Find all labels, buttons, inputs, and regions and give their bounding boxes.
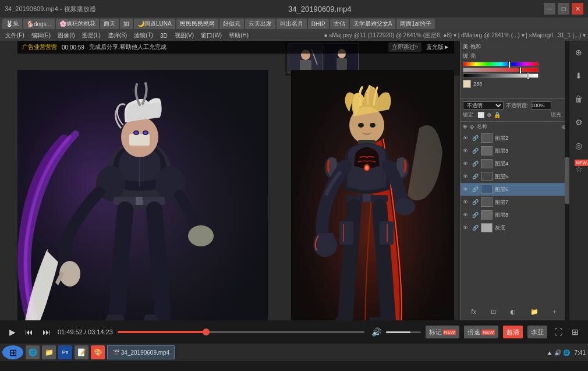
layer-eye-6[interactable]: 👁 bbox=[463, 199, 470, 205]
layer-eye-2[interactable]: 👁 bbox=[463, 148, 470, 154]
layer-chain-8: 🔗 bbox=[472, 225, 479, 231]
close-button[interactable]: ✕ bbox=[572, 3, 583, 15]
sidebar-item-share[interactable]: ⊕ bbox=[572, 45, 586, 59]
volume-button[interactable]: 🔊 bbox=[369, 326, 384, 338]
ps-lock-pixel-icon[interactable]: ⬜ bbox=[477, 112, 484, 118]
ps-mask-icon[interactable]: ⊡ bbox=[491, 308, 496, 316]
ps-saturation-slider[interactable] bbox=[463, 68, 539, 72]
taskbar-icon-color[interactable]: 🎨 bbox=[91, 345, 105, 359]
browser-tab[interactable]: 面天 bbox=[100, 19, 119, 29]
browser-tab[interactable]: 好似元 bbox=[219, 19, 244, 29]
sidebar-item-delete[interactable]: 🗑 bbox=[572, 92, 586, 106]
svg-point-20 bbox=[188, 225, 214, 246]
taskbar-active-window[interactable]: 🎬 34_20190609.mp4 bbox=[107, 345, 175, 359]
fullscreen-button[interactable]: ⛶ bbox=[552, 326, 565, 338]
layer-thumb-1 bbox=[481, 133, 493, 143]
browser-tab[interactable]: 古佔 bbox=[330, 19, 349, 29]
prev-button[interactable]: ⏮ bbox=[23, 326, 36, 338]
ps-adjustment-icon[interactable]: ◐ bbox=[510, 308, 516, 316]
ps-brightness-slider[interactable] bbox=[463, 73, 539, 78]
sidebar-item-download[interactable]: ⬇ bbox=[572, 69, 586, 83]
layer-eye-1[interactable]: 👁 bbox=[463, 135, 470, 141]
taskbar-icon-ps[interactable]: Ps bbox=[58, 345, 72, 359]
ps-opacity-input[interactable] bbox=[531, 101, 551, 109]
layer-eye-4[interactable]: 👁 bbox=[463, 174, 470, 179]
scrollbar-track[interactable] bbox=[565, 41, 569, 320]
next-button[interactable]: ⏭ bbox=[40, 326, 53, 338]
ps-blend-mode-select[interactable]: 不透明 正常 溶解 bbox=[463, 101, 504, 109]
svg-rect-36 bbox=[380, 221, 394, 245]
svg-point-15 bbox=[134, 132, 138, 135]
settings-icon[interactable]: ⚙ bbox=[572, 115, 586, 129]
layer-eye-3[interactable]: 👁 bbox=[463, 161, 470, 167]
new-badge: NEW bbox=[575, 160, 588, 166]
time-display: 01:49:52 / 03:14:23 bbox=[58, 328, 113, 335]
menu-image[interactable]: 图像(I) bbox=[55, 31, 77, 40]
maximize-button[interactable]: □ bbox=[558, 3, 569, 15]
hd-label[interactable]: 蓝光版► bbox=[426, 43, 449, 51]
browser-tab[interactable]: 🌸疯狂的桃花 bbox=[56, 19, 99, 29]
layer-eye-7[interactable]: 👁 bbox=[463, 212, 470, 218]
volume-slider[interactable] bbox=[386, 331, 421, 333]
taskbar-icon-note[interactable]: 📝 bbox=[75, 345, 88, 359]
ps-new-layer-icon[interactable]: + bbox=[553, 308, 557, 316]
menu-select[interactable]: 选择(S) bbox=[105, 31, 130, 40]
scrollbar-thumb[interactable] bbox=[565, 157, 569, 204]
photoshop-menubar: 文件(F) 编辑(E) 图像(I) 图层(L) 选择(S) 滤镜(T) 3D 视… bbox=[0, 30, 588, 41]
layer-eye-5[interactable]: 👁 bbox=[463, 186, 470, 192]
svg-rect-22 bbox=[136, 197, 143, 205]
video-controls-bar: ▶ ⏮ ⏭ 01:49:52 / 03:14:23 🔊 标记 NEW 倍速 NE… bbox=[0, 320, 588, 344]
pip-button[interactable]: ⊞ bbox=[569, 326, 581, 338]
menu-window[interactable]: 窗口(W) bbox=[198, 31, 225, 40]
play-button[interactable]: ▶ bbox=[7, 326, 18, 338]
browser-tab[interactable]: 叫出名月 bbox=[277, 19, 307, 29]
ad-skip-button[interactable]: 立即跳过» bbox=[388, 43, 422, 52]
menu-layer[interactable]: 图层(L) bbox=[79, 31, 104, 40]
share-icon[interactable]: ⊕ bbox=[572, 45, 586, 59]
menu-view[interactable]: 视图(V) bbox=[172, 31, 197, 40]
ps-color-preview[interactable] bbox=[463, 80, 471, 88]
browser-tab[interactable]: 🌙国道LUNA bbox=[134, 19, 175, 29]
window-controls: ─ □ ✕ bbox=[544, 3, 583, 15]
minimize-button[interactable]: ─ bbox=[544, 3, 555, 15]
menu-edit[interactable]: 编辑(E) bbox=[29, 31, 54, 40]
quality-marker-button[interactable]: 标记 NEW bbox=[426, 326, 460, 338]
download-icon[interactable]: ⬇ bbox=[572, 69, 586, 83]
target-icon[interactable]: ◎ bbox=[572, 139, 586, 153]
browser-tab[interactable]: 两面1ai约子 bbox=[396, 19, 434, 29]
browser-tab[interactable]: 🐕dogs... bbox=[23, 19, 55, 29]
browser-tab[interactable]: 民民民民民网 bbox=[176, 19, 218, 29]
menu-3d[interactable]: 3D bbox=[157, 33, 171, 39]
taskbar-icon-folder[interactable]: 📁 bbox=[42, 345, 56, 359]
layer-thumb-2 bbox=[481, 146, 493, 156]
browser-tab[interactable]: 天学最难父文A bbox=[350, 19, 396, 29]
sidebar-item-settings[interactable]: ⚙ bbox=[572, 115, 586, 129]
svg-rect-35 bbox=[339, 221, 353, 245]
sidebar-item-star[interactable]: ☆ NEW bbox=[572, 162, 586, 176]
svg-rect-34 bbox=[363, 194, 371, 202]
menu-help[interactable]: 帮助(H) bbox=[226, 31, 252, 40]
layer-eye-8[interactable]: 👁 bbox=[463, 225, 470, 231]
browser-tab[interactable]: 🐰兔 bbox=[2, 19, 22, 29]
ps-hue-slider[interactable] bbox=[463, 62, 539, 66]
marker-new-badge: NEW bbox=[443, 330, 456, 335]
menu-file[interactable]: 文件(F) bbox=[2, 31, 27, 40]
delete-icon[interactable]: 🗑 bbox=[572, 92, 586, 106]
quality-hd-button[interactable]: 超清 bbox=[503, 326, 523, 338]
ps-folder-icon[interactable]: 📁 bbox=[530, 308, 539, 316]
browser-tab[interactable]: DHIP bbox=[308, 19, 329, 29]
quality-follow-button[interactable]: 李亚 bbox=[527, 326, 547, 338]
start-button[interactable]: ⊞ bbox=[2, 345, 23, 359]
menu-filter[interactable]: 滤镜(T) bbox=[131, 31, 156, 40]
taskbar-tray: ▲ 🔊 🌐 bbox=[547, 349, 569, 356]
ps-lock-pos-icon[interactable]: ✥ bbox=[487, 112, 491, 118]
ps-lock-all-icon[interactable]: 🔒 bbox=[494, 112, 501, 118]
ps-link-icon[interactable]: fx bbox=[471, 308, 476, 316]
browser-tab[interactable]: 如 bbox=[120, 19, 133, 29]
layer-chain-6: 🔗 bbox=[472, 199, 479, 205]
taskbar-icon-browser[interactable]: 🌐 bbox=[26, 345, 40, 359]
sidebar-item-target[interactable]: ◎ bbox=[572, 139, 586, 153]
browser-tab[interactable]: 云天出发 bbox=[245, 19, 275, 29]
progress-bar[interactable] bbox=[118, 331, 364, 333]
quality-speed-button[interactable]: 倍速 NEW bbox=[464, 326, 498, 338]
